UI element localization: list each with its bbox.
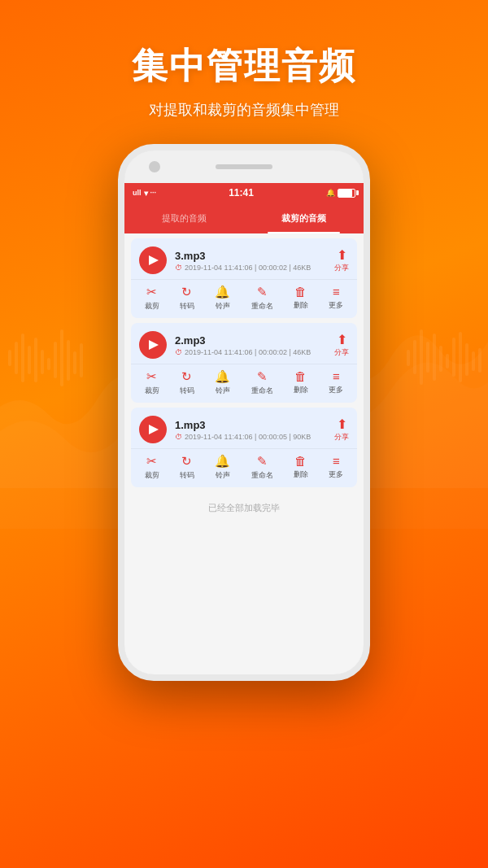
action-ringtone-3[interactable]: 🔔 铃声 (215, 285, 230, 312)
play-button-1[interactable] (139, 416, 167, 443)
trim-icon: ✂ (146, 285, 157, 299)
signal-icon: ull (133, 189, 142, 197)
status-time: 11:41 (229, 187, 254, 198)
content-footer: 已经全部加载完毕 (124, 492, 364, 524)
audio-info-3: 3.mp3 ⏱ 2019-11-04 11:41:06 | 00:00:02 |… (175, 250, 334, 272)
play-button-3[interactable] (139, 246, 167, 274)
play-triangle-icon (149, 255, 159, 265)
tab-bar: 提取的音频 裁剪的音频 (124, 203, 364, 233)
action-bar-2: ✂ 裁剪 ↻ 转码 🔔 铃声 ✎ 重命名 (131, 364, 357, 403)
delete-icon-1: 🗑 (294, 454, 307, 468)
tab-extracted-audio[interactable]: 提取的音频 (124, 203, 244, 233)
action-trim-1[interactable]: ✂ 裁剪 (145, 454, 159, 481)
header-subtitle: 对提取和裁剪的音频集中管理 (0, 100, 488, 120)
transcode-icon-1: ↻ (181, 454, 192, 469)
delete-icon-2: 🗑 (294, 369, 307, 383)
status-dots: ··· (150, 189, 157, 197)
status-right: 🔔 (326, 189, 355, 198)
audio-main-1: 1.mp3 ⏱ 2019-11-04 11:41:06 | 00:00:05 |… (131, 408, 357, 448)
audio-name-2: 2.mp3 (175, 334, 334, 347)
phone-top (124, 150, 364, 183)
action-trim-3[interactable]: ✂ 裁剪 (145, 285, 159, 312)
audio-info-1: 1.mp3 ⏱ 2019-11-04 11:41:06 | 00:00:05 |… (175, 419, 334, 441)
share-button-3[interactable]: ⬆ 分享 (334, 247, 349, 273)
share-icon-1: ⬆ (337, 417, 347, 432)
rename-icon: ✎ (257, 285, 268, 299)
action-transcode-3[interactable]: ↻ 转码 (180, 285, 194, 312)
action-delete-1[interactable]: 🗑 删除 (294, 454, 308, 481)
action-more-1[interactable]: ≡ 更多 (329, 454, 343, 481)
play-triangle-icon-1 (149, 425, 159, 434)
action-transcode-2[interactable]: ↻ 转码 (180, 369, 194, 396)
rename-icon-1: ✎ (257, 454, 268, 469)
audio-name-1: 1.mp3 (175, 419, 334, 431)
action-bar-3: ✂ 裁剪 ↻ 转码 🔔 铃声 ✎ 重命名 (131, 279, 357, 318)
action-bar-1: ✂ 裁剪 ↻ 转码 🔔 铃声 ✎ 重命名 (131, 448, 357, 487)
battery-icon (338, 189, 355, 198)
tab-trimmed-audio[interactable]: 裁剪的音频 (244, 203, 364, 233)
status-bar: ull ▾ ··· 11:41 🔔 (124, 183, 364, 203)
share-icon-2: ⬆ (337, 332, 347, 347)
battery-fill (338, 190, 352, 197)
action-rename-3[interactable]: ✎ 重命名 (251, 285, 273, 312)
action-delete-2[interactable]: 🗑 删除 (294, 369, 308, 396)
audio-name-3: 3.mp3 (175, 250, 334, 262)
header-section: 集中管理音频 对提取和裁剪的音频集中管理 (0, 0, 488, 120)
audio-info-2: 2.mp3 ⏱ 2019-11-04 11:41:06 | 00:00:02 |… (175, 334, 334, 356)
audio-meta-2: ⏱ 2019-11-04 11:41:06 | 00:00:02 | 46KB (175, 348, 334, 356)
more-icon: ≡ (333, 285, 340, 299)
more-icon-1: ≡ (333, 454, 340, 468)
action-trim-2[interactable]: ✂ 裁剪 (145, 369, 159, 396)
action-rename-2[interactable]: ✎ 重命名 (251, 369, 273, 396)
transcode-icon-2: ↻ (181, 369, 192, 384)
phone-speaker (216, 164, 272, 169)
action-ringtone-2[interactable]: 🔔 铃声 (215, 369, 230, 396)
action-more-3[interactable]: ≡ 更多 (329, 285, 343, 312)
audio-main-2: 2.mp3 ⏱ 2019-11-04 11:41:06 | 00:00:02 |… (131, 323, 357, 364)
ringtone-icon-2: 🔔 (215, 369, 230, 384)
action-transcode-1[interactable]: ↻ 转码 (180, 454, 194, 481)
audio-meta-3: ⏱ 2019-11-04 11:41:06 | 00:00:02 | 46KB (175, 264, 334, 272)
wifi-icon: ▾ (144, 189, 148, 198)
clock-icon-2: ⏱ (175, 348, 182, 356)
status-left: ull ▾ ··· (133, 189, 156, 198)
phone-body: ull ▾ ··· 11:41 🔔 提取的音频 裁剪的音频 (118, 144, 370, 681)
action-delete-3[interactable]: 🗑 删除 (294, 285, 308, 312)
audio-meta-1: ⏱ 2019-11-04 11:41:06 | 00:00:05 | 90KB (175, 433, 334, 441)
share-button-1[interactable]: ⬆ 分享 (334, 417, 349, 443)
action-more-2[interactable]: ≡ 更多 (329, 369, 343, 396)
phone-mockup: ull ▾ ··· 11:41 🔔 提取的音频 裁剪的音频 (0, 144, 488, 681)
phone-camera (149, 161, 160, 172)
share-button-2[interactable]: ⬆ 分享 (334, 332, 349, 358)
action-rename-1[interactable]: ✎ 重命名 (251, 454, 273, 481)
play-triangle-icon-2 (149, 340, 159, 350)
ringtone-icon-1: 🔔 (215, 454, 230, 469)
share-icon: ⬆ (337, 247, 347, 263)
audio-item-3: 3.mp3 ⏱ 2019-11-04 11:41:06 | 00:00:02 |… (131, 238, 357, 318)
delete-icon: 🗑 (294, 285, 307, 299)
content-area[interactable]: 3.mp3 ⏱ 2019-11-04 11:41:06 | 00:00:02 |… (124, 233, 364, 681)
transcode-icon: ↻ (181, 285, 192, 299)
clock-icon-1: ⏱ (175, 433, 182, 441)
header-title: 集中管理音频 (0, 42, 488, 90)
action-ringtone-1[interactable]: 🔔 铃声 (215, 454, 230, 481)
trim-icon-2: ✂ (146, 369, 157, 384)
more-icon-2: ≡ (333, 369, 340, 383)
play-button-2[interactable] (139, 331, 167, 359)
rename-icon-2: ✎ (257, 369, 268, 384)
clock-icon: ⏱ (175, 264, 182, 272)
audio-main-3: 3.mp3 ⏱ 2019-11-04 11:41:06 | 00:00:02 |… (131, 238, 357, 279)
audio-item-2: 2.mp3 ⏱ 2019-11-04 11:41:06 | 00:00:02 |… (131, 323, 357, 403)
notification-icon: 🔔 (326, 189, 335, 197)
audio-item-1: 1.mp3 ⏱ 2019-11-04 11:41:06 | 00:00:05 |… (131, 408, 357, 487)
ringtone-icon: 🔔 (215, 285, 230, 299)
trim-icon-1: ✂ (146, 454, 157, 469)
